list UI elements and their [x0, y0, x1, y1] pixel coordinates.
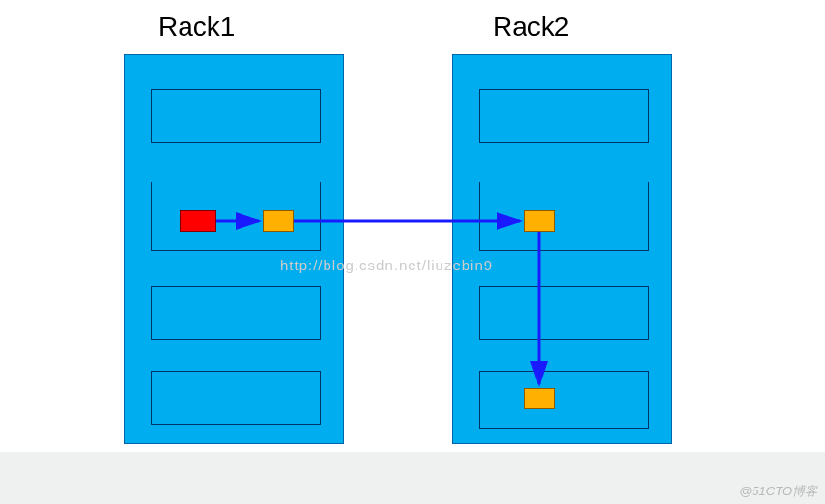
rack1-slot-3: [151, 286, 321, 340]
rack2-slot-2: [479, 182, 649, 251]
diagram-canvas: Rack1 Rack2 http://blog.csdn.net/liuzebi…: [0, 0, 825, 504]
rack2-slot-4: [479, 371, 649, 429]
rack1-slot-2: [151, 182, 321, 251]
rack1-slot-4: [151, 371, 321, 425]
replica-block-2: [524, 210, 555, 232]
footer-strip: [0, 452, 825, 504]
rack2-slot-3: [479, 286, 649, 340]
rack2-label: Rack2: [493, 12, 569, 42]
rack2-slot-1: [479, 89, 649, 143]
rack1-label: Rack1: [158, 12, 235, 42]
attribution-text: @51CTO博客: [739, 483, 817, 500]
replica-block-3: [524, 388, 555, 409]
watermark-text: http://blog.csdn.net/liuzebin9: [280, 257, 493, 273]
replica-block-1: [263, 210, 294, 232]
rack1-slot-1: [151, 89, 321, 143]
source-block: [180, 210, 216, 232]
